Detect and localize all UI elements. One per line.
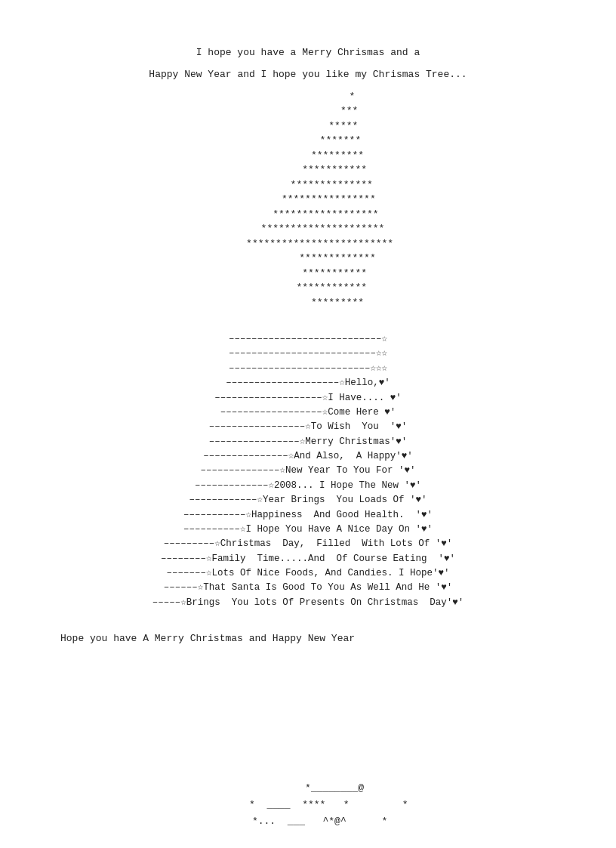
tree-line: ––––––––––––☆Year Brings You Loads Of '♥… xyxy=(189,493,427,507)
intro-block: I hope you have a Merry Chrismas and a H… xyxy=(30,45,586,83)
intro-line2: Happy New Year and I hope you like my Ch… xyxy=(30,67,586,83)
decorated-tree: –––––––––––––––––––––––––––☆––––––––––––… xyxy=(30,332,586,610)
tree-line: –––––––––––☆Happiness And Good Health. '… xyxy=(183,508,433,523)
tree-line: ––––––––––––––––––––––––––☆☆ xyxy=(229,347,387,361)
tree-line: ––––––☆That Santa Is Good To You As Well… xyxy=(164,581,453,595)
tree-line: –––––––––––––––––☆To Wish You '♥' xyxy=(209,420,408,434)
tree-line: –––––––––☆Christmas Day, Filled With Lot… xyxy=(164,537,453,551)
tree-line: –––––––––––––––––––––––––––☆ xyxy=(229,332,387,347)
tree-line: –––––––––––––☆2008... I Hope The New '♥' xyxy=(195,479,421,493)
tree-line: –––––––––––––––☆And Also, A Happy'♥' xyxy=(203,449,413,464)
tree-line: –––––☆Brings You lots Of Presents On Chr… xyxy=(152,596,464,610)
bottom-tree: *________@ * ____ **** * * *... ___ ^*@^… xyxy=(30,780,586,830)
tree-line: ––––––––––––––––––☆Come Here ♥' xyxy=(220,405,396,420)
intro-line1: I hope you have a Merry Chrismas and a xyxy=(30,45,586,61)
ascii-tree-top: * *** ***** ******* ********* **********… xyxy=(30,89,586,310)
tree-line: –––––––☆Lots Of Nice Foods, And Candies.… xyxy=(166,566,449,581)
tree-line: ––––––––––––––☆New Year To You For '♥' xyxy=(200,464,415,478)
footer-text: Hope you have A Merry Christmas and Happ… xyxy=(60,633,586,644)
tree-line: ––––––––––☆I Hope You Have A Nice Day On… xyxy=(183,523,433,537)
tree-line: ––––––––––––––––––––☆Hello,♥' xyxy=(226,376,390,390)
tree-line: –––––––––––––––––––––––––☆☆☆ xyxy=(229,362,387,376)
tree-line: ––––––––––––––––☆Merry Christmas'♥' xyxy=(209,435,408,449)
tree-line: –––––––––––––––––––☆I Have.... ♥' xyxy=(214,391,402,405)
tree-line: ––––––––☆Family Time.....And Of Course E… xyxy=(161,552,455,566)
